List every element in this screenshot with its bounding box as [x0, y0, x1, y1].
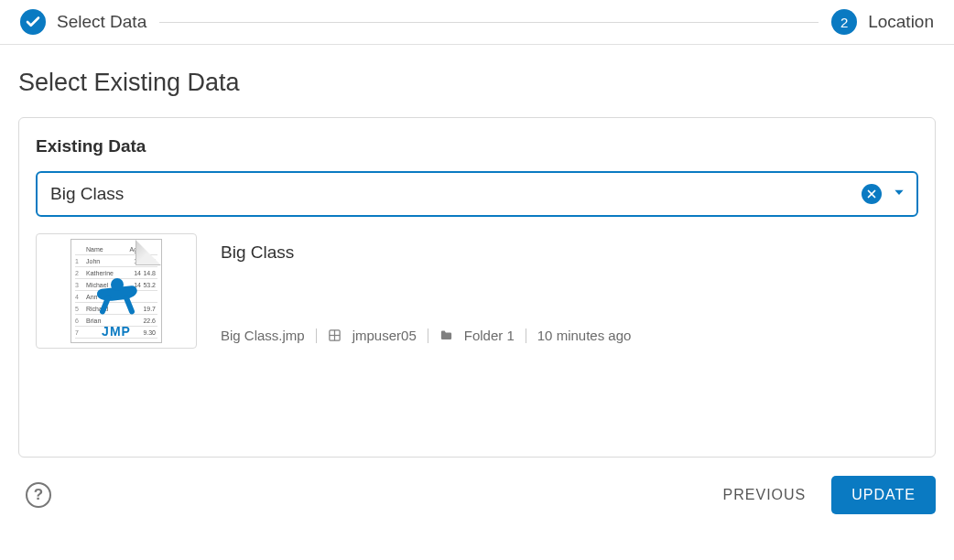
- step-select-data[interactable]: Select Data: [20, 9, 146, 35]
- chevron-down-icon[interactable]: [893, 186, 905, 202]
- result-metadata: Big Class.jmp jmpuser05 Folder 1 10 minu…: [221, 328, 631, 343]
- panel-title: Existing Data: [36, 136, 918, 156]
- wizard-stepper: Select Data 2 Location: [0, 0, 954, 45]
- clear-icon[interactable]: [862, 184, 882, 204]
- grid-icon: [328, 328, 341, 342]
- meta-user: jmpuser05: [352, 328, 417, 343]
- meta-filename: Big Class.jmp: [221, 328, 305, 343]
- check-icon: [20, 9, 46, 35]
- file-thumbnail: NameAge 1John1318 2Katherine1414.8 3Mich…: [36, 233, 197, 349]
- meta-separator: [316, 328, 317, 343]
- meta-time: 10 minutes ago: [537, 328, 632, 343]
- page-title: Select Existing Data: [18, 69, 936, 97]
- svg-marker-2: [894, 190, 903, 195]
- step-number-badge: 2: [831, 9, 857, 35]
- step-connector: [159, 22, 818, 23]
- help-button[interactable]: ?: [26, 482, 51, 508]
- meta-separator: [526, 328, 526, 343]
- document-icon: NameAge 1John1318 2Katherine1414.8 3Mich…: [70, 239, 162, 343]
- result-title: Big Class: [221, 242, 631, 263]
- update-button[interactable]: UPDATE: [831, 476, 936, 514]
- main-content: Select Existing Data Existing Data NameA…: [0, 45, 954, 458]
- existing-data-combobox[interactable]: [36, 171, 918, 217]
- existing-data-panel: Existing Data NameAge 1John1318 2Katheri…: [18, 117, 936, 458]
- previous-button[interactable]: PREVIOUS: [718, 478, 812, 512]
- step-label: Select Data: [57, 12, 146, 32]
- folder-icon: [439, 328, 453, 342]
- result-card[interactable]: NameAge 1John1318 2Katherine1414.8 3Mich…: [36, 233, 918, 349]
- combobox-input[interactable]: [50, 184, 862, 204]
- meta-folder: Folder 1: [464, 328, 515, 343]
- step-label: Location: [868, 12, 934, 32]
- jmp-logo-icon: [97, 278, 137, 318]
- wizard-footer: ? PREVIOUS UPDATE: [0, 458, 954, 514]
- step-location[interactable]: 2 Location: [831, 9, 934, 35]
- meta-separator: [428, 328, 428, 343]
- jmp-logo-text: JMP: [71, 324, 161, 339]
